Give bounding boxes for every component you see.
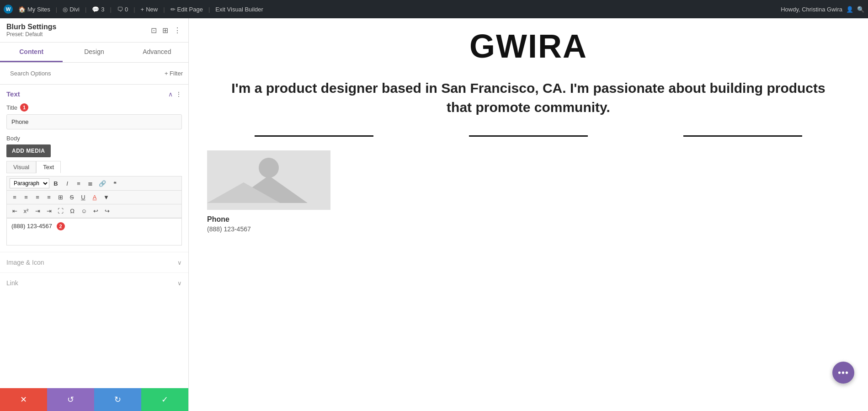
text-section: Text ∧ ⋮ Title 1 Body ADD MEDIA bbox=[0, 85, 188, 252]
text-section-body: Title 1 Body ADD MEDIA Visual Text bbox=[0, 103, 188, 252]
topbar-right: Howdy, Christina Gwira 👤 🔍 bbox=[781, 6, 864, 13]
undo-button[interactable]: ↺ bbox=[47, 388, 94, 411]
exit-visual-builder-link[interactable]: Exit Visual Builder bbox=[215, 6, 263, 13]
chevron-down-2-icon: ∨ bbox=[177, 280, 182, 287]
visual-tab[interactable]: Visual bbox=[6, 161, 36, 173]
expand-color-button[interactable]: ▼ bbox=[101, 192, 112, 202]
blockquote-button[interactable]: ❝ bbox=[110, 179, 120, 188]
divider-3 bbox=[683, 135, 802, 137]
content-area: GWIRA I'm a product designer based in Sa… bbox=[189, 18, 868, 411]
section-controls: ∧ ⋮ bbox=[168, 91, 182, 98]
table-button[interactable]: ⊞ bbox=[55, 192, 65, 202]
redo-button[interactable]: ↻ bbox=[94, 388, 141, 411]
user-greeting: Howdy, Christina Gwira bbox=[781, 6, 842, 13]
toolbar-row-2: ≡ ≡ ≡ ≡ ⊞ S U A ▼ bbox=[6, 190, 182, 204]
superscript-button[interactable]: x² bbox=[21, 206, 31, 216]
image-icon-section[interactable]: Image & Icon ∨ bbox=[0, 252, 188, 272]
comments-count[interactable]: 💬 3 bbox=[92, 6, 104, 13]
blurb-image-1 bbox=[207, 150, 330, 210]
toolbar-row-3: ⇤ x² ⇥ ⇥ ⛶ Ω ☺ ↩ ↪ bbox=[6, 204, 182, 218]
text-tab[interactable]: Text bbox=[36, 161, 61, 173]
bold-button[interactable]: B bbox=[51, 179, 61, 188]
indent-in-button[interactable]: ⇥ bbox=[32, 206, 43, 216]
emoji-button[interactable]: ☺ bbox=[79, 206, 89, 216]
resize-icon[interactable]: ⊡ bbox=[150, 25, 158, 36]
blurb-title-1: Phone bbox=[207, 215, 412, 224]
site-title: GWIRA bbox=[189, 18, 868, 69]
paragraph-select[interactable]: Paragraph bbox=[10, 178, 49, 188]
sidebar-bottom-bar: ✕ ↺ ↻ ✓ bbox=[0, 388, 188, 411]
blurb-card-3 bbox=[644, 150, 850, 233]
fab-button[interactable]: ••• bbox=[832, 362, 854, 384]
my-sites-link[interactable]: 🏠 My Sites bbox=[18, 6, 50, 13]
divider-1 bbox=[255, 135, 373, 137]
dividers-row bbox=[189, 131, 868, 141]
search-icon[interactable]: 🔍 bbox=[857, 6, 864, 13]
section-menu-icon[interactable]: ⋮ bbox=[176, 91, 182, 98]
sites-icon: 🏠 bbox=[18, 6, 26, 13]
more-icon[interactable]: ⋮ bbox=[173, 25, 182, 36]
sep2: | bbox=[85, 6, 86, 13]
indent-right-button[interactable]: ⇥ bbox=[44, 206, 54, 216]
svg-point-1 bbox=[259, 158, 279, 178]
chevron-down-icon: ∨ bbox=[177, 259, 182, 266]
edit-page-link[interactable]: ✏ Edit Page bbox=[170, 6, 203, 13]
text-color-button[interactable]: A bbox=[90, 192, 100, 202]
cancel-button[interactable]: ✕ bbox=[0, 388, 47, 411]
tab-advanced[interactable]: Advanced bbox=[126, 43, 188, 62]
toolbar-row-1: Paragraph B I ≡ ≣ 🔗 ❝ bbox=[6, 176, 182, 190]
sep3: | bbox=[110, 6, 112, 13]
bullet-list-button[interactable]: ≡ bbox=[74, 179, 84, 188]
numbered-list-button[interactable]: ≣ bbox=[85, 179, 95, 188]
align-justify-button[interactable]: ≡ bbox=[44, 192, 54, 202]
sep1: | bbox=[56, 6, 57, 13]
body-label: Body bbox=[6, 135, 182, 142]
divi-link[interactable]: ◎ Divi bbox=[63, 6, 80, 13]
sidebar-preset[interactable]: Preset: Default bbox=[6, 31, 56, 37]
sidebar-title: Blurb Settings bbox=[6, 23, 56, 31]
sidebar-content: Text ∧ ⋮ Title 1 Body ADD MEDIA bbox=[0, 85, 188, 388]
undo-editor-button[interactable]: ↩ bbox=[91, 206, 101, 216]
italic-button[interactable]: I bbox=[62, 179, 72, 188]
link-button[interactable]: 🔗 bbox=[96, 179, 108, 188]
link-label: Link bbox=[6, 279, 18, 287]
pencil-icon: ✏ bbox=[170, 6, 176, 13]
underline-button[interactable]: U bbox=[78, 192, 88, 202]
blurb-card-1: Phone (888) 123-4567 bbox=[207, 150, 412, 233]
search-input[interactable] bbox=[5, 66, 161, 80]
tab-design[interactable]: Design bbox=[63, 43, 125, 62]
add-media-button[interactable]: ADD MEDIA bbox=[6, 144, 51, 157]
sidebar-title-area: Blurb Settings Preset: Default bbox=[6, 23, 56, 37]
special-char-button[interactable]: Ω bbox=[67, 206, 77, 216]
indent-out-button[interactable]: ⇤ bbox=[10, 206, 20, 216]
redo-editor-button[interactable]: ↪ bbox=[102, 206, 112, 216]
plus-icon: + bbox=[141, 6, 144, 13]
tab-content[interactable]: Content bbox=[0, 43, 63, 62]
body-editor[interactable]: (888) 123-4567 2 bbox=[6, 218, 182, 246]
comment-icon: 🗨 bbox=[117, 6, 123, 13]
editor-tabs: Visual Text bbox=[6, 161, 182, 173]
divi-icon: ◎ bbox=[63, 6, 68, 13]
title-input[interactable] bbox=[6, 114, 182, 129]
align-left-button[interactable]: ≡ bbox=[10, 192, 20, 202]
blurb-row: Phone (888) 123-4567 bbox=[189, 141, 868, 242]
align-right-button[interactable]: ≡ bbox=[32, 192, 43, 202]
bubble-icon: 💬 bbox=[92, 6, 99, 13]
comments-zero[interactable]: 🗨 0 bbox=[117, 6, 128, 13]
title-field-label: Title 1 bbox=[6, 103, 182, 112]
sidebar-tabs: Content Design Advanced bbox=[0, 43, 188, 63]
user-avatar[interactable]: 👤 bbox=[846, 6, 853, 13]
filter-button[interactable]: + Filter bbox=[165, 70, 183, 77]
chevron-up-icon[interactable]: ∧ bbox=[168, 91, 173, 98]
align-center-button[interactable]: ≡ bbox=[21, 192, 31, 202]
blurb-body-1: (888) 123-4567 bbox=[207, 225, 412, 233]
link-section[interactable]: Link ∨ bbox=[0, 272, 188, 293]
save-button[interactable]: ✓ bbox=[141, 388, 188, 411]
text-section-header[interactable]: Text ∧ ⋮ bbox=[0, 85, 188, 103]
new-button[interactable]: + New bbox=[141, 6, 158, 13]
divider-2 bbox=[469, 135, 588, 137]
fullscreen-button[interactable]: ⛶ bbox=[55, 206, 66, 216]
columns-icon[interactable]: ⊞ bbox=[161, 25, 169, 36]
wordpress-icon[interactable]: W bbox=[4, 5, 13, 14]
strikethrough-button[interactable]: S bbox=[67, 192, 77, 202]
